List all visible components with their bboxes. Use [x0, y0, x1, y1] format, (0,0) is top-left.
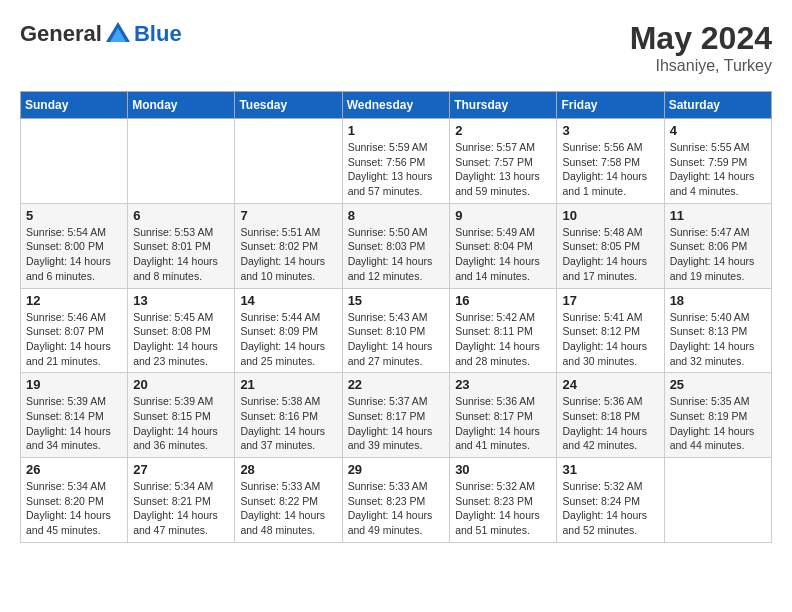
day-info: Sunrise: 5:40 AM	[670, 310, 766, 325]
day-info: Sunrise: 5:33 AM	[348, 479, 445, 494]
day-cell	[664, 458, 771, 543]
weekday-header-wednesday: Wednesday	[342, 92, 450, 119]
day-cell	[128, 119, 235, 204]
day-number: 4	[670, 123, 766, 138]
logo-general: General	[20, 21, 102, 47]
day-cell: 28Sunrise: 5:33 AMSunset: 8:22 PMDayligh…	[235, 458, 342, 543]
weekday-header-row: SundayMondayTuesdayWednesdayThursdayFrid…	[21, 92, 772, 119]
day-info: Sunrise: 5:36 AM	[562, 394, 658, 409]
day-info: Daylight: 14 hours and 51 minutes.	[455, 508, 551, 537]
day-cell: 29Sunrise: 5:33 AMSunset: 8:23 PMDayligh…	[342, 458, 450, 543]
weekday-header-friday: Friday	[557, 92, 664, 119]
day-info: Daylight: 14 hours and 14 minutes.	[455, 254, 551, 283]
day-number: 13	[133, 293, 229, 308]
day-info: Daylight: 14 hours and 49 minutes.	[348, 508, 445, 537]
day-info: Sunset: 8:10 PM	[348, 324, 445, 339]
logo-icon	[104, 20, 132, 48]
week-row-5: 26Sunrise: 5:34 AMSunset: 8:20 PMDayligh…	[21, 458, 772, 543]
day-cell	[235, 119, 342, 204]
day-number: 22	[348, 377, 445, 392]
day-info: Sunrise: 5:47 AM	[670, 225, 766, 240]
day-number: 1	[348, 123, 445, 138]
day-number: 19	[26, 377, 122, 392]
day-info: Sunrise: 5:54 AM	[26, 225, 122, 240]
day-info: Daylight: 14 hours and 32 minutes.	[670, 339, 766, 368]
day-info: Sunrise: 5:50 AM	[348, 225, 445, 240]
day-info: Daylight: 14 hours and 21 minutes.	[26, 339, 122, 368]
day-info: Daylight: 13 hours and 59 minutes.	[455, 169, 551, 198]
day-info: Sunset: 8:23 PM	[348, 494, 445, 509]
day-info: Daylight: 14 hours and 10 minutes.	[240, 254, 336, 283]
weekday-header-tuesday: Tuesday	[235, 92, 342, 119]
day-info: Daylight: 14 hours and 4 minutes.	[670, 169, 766, 198]
day-number: 26	[26, 462, 122, 477]
day-cell: 4Sunrise: 5:55 AMSunset: 7:59 PMDaylight…	[664, 119, 771, 204]
day-cell: 9Sunrise: 5:49 AMSunset: 8:04 PMDaylight…	[450, 203, 557, 288]
day-cell: 27Sunrise: 5:34 AMSunset: 8:21 PMDayligh…	[128, 458, 235, 543]
day-number: 28	[240, 462, 336, 477]
day-info: Sunrise: 5:59 AM	[348, 140, 445, 155]
day-info: Daylight: 14 hours and 23 minutes.	[133, 339, 229, 368]
day-number: 5	[26, 208, 122, 223]
day-info: Sunset: 8:13 PM	[670, 324, 766, 339]
day-cell: 8Sunrise: 5:50 AMSunset: 8:03 PMDaylight…	[342, 203, 450, 288]
day-info: Sunrise: 5:44 AM	[240, 310, 336, 325]
day-cell	[21, 119, 128, 204]
day-cell: 14Sunrise: 5:44 AMSunset: 8:09 PMDayligh…	[235, 288, 342, 373]
day-info: Daylight: 14 hours and 44 minutes.	[670, 424, 766, 453]
day-info: Daylight: 14 hours and 1 minute.	[562, 169, 658, 198]
day-info: Sunset: 8:19 PM	[670, 409, 766, 424]
day-number: 17	[562, 293, 658, 308]
day-cell: 3Sunrise: 5:56 AMSunset: 7:58 PMDaylight…	[557, 119, 664, 204]
day-cell: 31Sunrise: 5:32 AMSunset: 8:24 PMDayligh…	[557, 458, 664, 543]
day-info: Sunset: 8:18 PM	[562, 409, 658, 424]
day-info: Daylight: 14 hours and 47 minutes.	[133, 508, 229, 537]
day-info: Daylight: 14 hours and 36 minutes.	[133, 424, 229, 453]
day-info: Sunrise: 5:32 AM	[562, 479, 658, 494]
day-info: Sunset: 8:04 PM	[455, 239, 551, 254]
day-cell: 10Sunrise: 5:48 AMSunset: 8:05 PMDayligh…	[557, 203, 664, 288]
day-info: Sunset: 7:59 PM	[670, 155, 766, 170]
day-info: Sunrise: 5:34 AM	[133, 479, 229, 494]
day-number: 29	[348, 462, 445, 477]
day-number: 31	[562, 462, 658, 477]
day-cell: 2Sunrise: 5:57 AMSunset: 7:57 PMDaylight…	[450, 119, 557, 204]
day-number: 30	[455, 462, 551, 477]
day-info: Daylight: 13 hours and 57 minutes.	[348, 169, 445, 198]
day-cell: 18Sunrise: 5:40 AMSunset: 8:13 PMDayligh…	[664, 288, 771, 373]
day-cell: 12Sunrise: 5:46 AMSunset: 8:07 PMDayligh…	[21, 288, 128, 373]
day-info: Sunset: 8:09 PM	[240, 324, 336, 339]
weekday-header-saturday: Saturday	[664, 92, 771, 119]
day-info: Sunrise: 5:37 AM	[348, 394, 445, 409]
day-info: Sunrise: 5:43 AM	[348, 310, 445, 325]
weekday-header-thursday: Thursday	[450, 92, 557, 119]
day-cell: 22Sunrise: 5:37 AMSunset: 8:17 PMDayligh…	[342, 373, 450, 458]
day-cell: 30Sunrise: 5:32 AMSunset: 8:23 PMDayligh…	[450, 458, 557, 543]
week-row-2: 5Sunrise: 5:54 AMSunset: 8:00 PMDaylight…	[21, 203, 772, 288]
day-info: Daylight: 14 hours and 8 minutes.	[133, 254, 229, 283]
day-info: Sunset: 7:58 PM	[562, 155, 658, 170]
day-number: 12	[26, 293, 122, 308]
day-info: Sunset: 8:16 PM	[240, 409, 336, 424]
location: Ihsaniye, Turkey	[630, 57, 772, 75]
day-info: Sunrise: 5:35 AM	[670, 394, 766, 409]
day-number: 10	[562, 208, 658, 223]
day-info: Sunset: 8:23 PM	[455, 494, 551, 509]
day-cell: 24Sunrise: 5:36 AMSunset: 8:18 PMDayligh…	[557, 373, 664, 458]
day-info: Sunrise: 5:42 AM	[455, 310, 551, 325]
day-info: Sunset: 8:05 PM	[562, 239, 658, 254]
day-info: Sunset: 8:15 PM	[133, 409, 229, 424]
weekday-header-sunday: Sunday	[21, 92, 128, 119]
day-info: Sunrise: 5:34 AM	[26, 479, 122, 494]
day-info: Daylight: 14 hours and 37 minutes.	[240, 424, 336, 453]
day-info: Sunrise: 5:51 AM	[240, 225, 336, 240]
day-info: Sunrise: 5:46 AM	[26, 310, 122, 325]
day-number: 27	[133, 462, 229, 477]
day-info: Sunrise: 5:57 AM	[455, 140, 551, 155]
day-number: 6	[133, 208, 229, 223]
day-info: Sunrise: 5:39 AM	[133, 394, 229, 409]
day-number: 2	[455, 123, 551, 138]
day-info: Sunrise: 5:38 AM	[240, 394, 336, 409]
day-cell: 23Sunrise: 5:36 AMSunset: 8:17 PMDayligh…	[450, 373, 557, 458]
day-number: 9	[455, 208, 551, 223]
